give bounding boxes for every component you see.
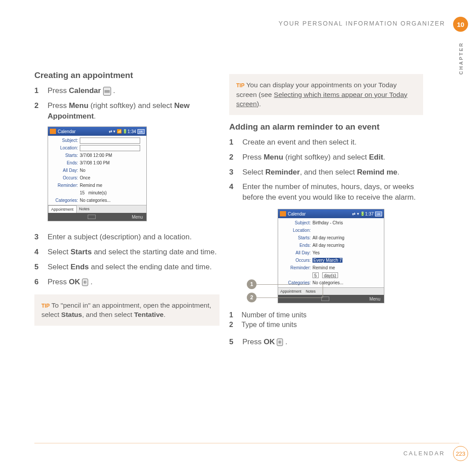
- menu-softkey[interactable]: Menu: [132, 215, 143, 219]
- r-step-5: 5Press OK ⊛ .: [229, 337, 423, 347]
- ok-button[interactable]: ok: [375, 212, 382, 216]
- callout-1: 1: [247, 279, 257, 289]
- ends-value[interactable]: 3/7/08 1:00 PM: [80, 160, 146, 165]
- categories-value[interactable]: No categories...: [80, 198, 146, 203]
- signal-icons: ⇄ ▾ 🔋: [352, 212, 365, 216]
- tab-notes[interactable]: Notes: [304, 288, 318, 295]
- calendar-icon: [103, 87, 111, 96]
- reminder-value[interactable]: Remind me: [80, 183, 146, 188]
- footer-rule: [34, 443, 459, 443]
- r-step-3: 3Select Reminder, and then select Remind…: [229, 167, 423, 178]
- ok-icon: ⊛: [277, 338, 283, 346]
- menu-softkey[interactable]: Menu: [369, 297, 380, 301]
- page-number: 223: [453, 446, 468, 461]
- step-5: 5Select Ends and select the ending date …: [34, 262, 219, 272]
- tab-appointment[interactable]: Appointment: [48, 205, 77, 213]
- chapter-number-badge: 10: [453, 17, 468, 32]
- location-field[interactable]: [80, 145, 140, 151]
- tab-notes[interactable]: Notes: [77, 205, 93, 213]
- signal-icons: ⇄ ▾ 📶 🔋: [109, 129, 128, 134]
- step-3: 3Enter a subject (description) and a loc…: [34, 232, 219, 242]
- chapter-label: CHAPTER: [458, 42, 464, 74]
- start-icon: [50, 129, 56, 134]
- start-icon: [280, 211, 286, 216]
- tab-appointment[interactable]: Appointment: [278, 288, 304, 295]
- screenshot-new-appointment: Calendar⇄ ▾ 📶 🔋 1:34 ok Subject: Locatio…: [48, 126, 147, 221]
- r-step-1: 1Create an event and then select it.: [229, 137, 423, 148]
- step-2: 2Press Menu (right softkey) and select N…: [34, 100, 219, 122]
- step-4: 4Select Starts and select the starting d…: [34, 247, 219, 257]
- footer-section: CALENDAR: [403, 450, 445, 457]
- heading-adding-alarm: Adding an alarm reminder to an event: [229, 122, 423, 132]
- callout-2: 2: [247, 293, 257, 302]
- shot1-title: Calendar: [58, 129, 76, 134]
- step-1: 1Press Calendar .: [34, 86, 219, 96]
- ok-button[interactable]: ok: [138, 129, 145, 134]
- caption-1: 1Number of time units: [229, 311, 423, 319]
- subject-value[interactable]: Birthday - Chris: [312, 220, 384, 225]
- caption-2: 2Type of time units: [229, 321, 423, 329]
- step-6: 6Press OK ⊛ .: [34, 277, 219, 287]
- r-step-2: 2Press Menu (right softkey) and select E…: [229, 152, 423, 163]
- tip-pencil-in: TIP To "pencil in" an appointment, open …: [34, 294, 219, 326]
- r-step-4: 4Enter the number of minutes, hours, day…: [229, 182, 423, 203]
- keyboard-icon[interactable]: [88, 215, 96, 219]
- starts-value[interactable]: 3/7/08 12:00 PM: [80, 153, 146, 158]
- allday-value[interactable]: No: [80, 168, 146, 173]
- shot1-time: 1:34: [127, 129, 136, 134]
- running-head: YOUR PERSONAL INFORMATION ORGANIZER: [279, 20, 445, 27]
- ok-icon: ⊛: [82, 279, 88, 286]
- heading-creating-appointment: Creating an appointment: [34, 71, 219, 80]
- subject-field[interactable]: [80, 138, 140, 144]
- screenshot-alarm-reminder: 1 2 Calendar⇄ ▾ 🔋 1:37 ok Subject:Birthd…: [247, 209, 388, 303]
- tip-today-screen: TIP You can display your appointments on…: [229, 74, 423, 115]
- occurs-value[interactable]: Once: [80, 175, 146, 180]
